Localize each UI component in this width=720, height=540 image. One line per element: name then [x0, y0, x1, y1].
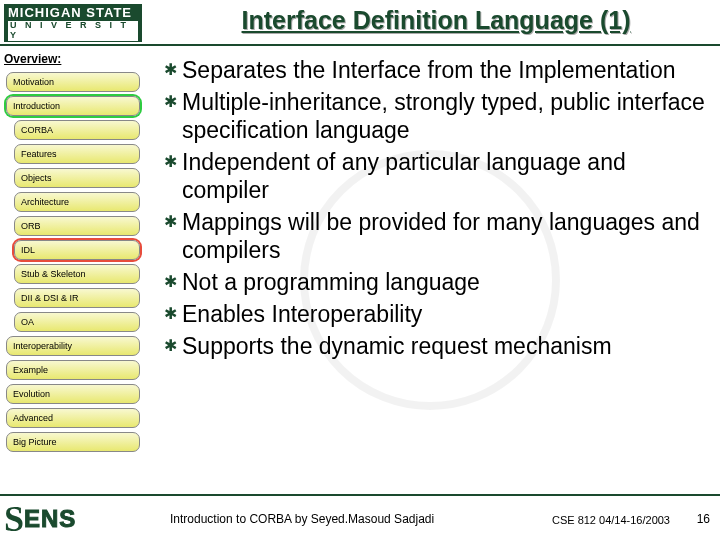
sidebar-item-idl[interactable]: IDL [14, 240, 140, 260]
slide: MICHIGAN STATE U N I V E R S I T Y Inter… [0, 0, 720, 540]
bullet-row: ✱Separates the Interface from the Implem… [164, 56, 706, 84]
bullet-text: Mappings will be provided for many langu… [182, 208, 706, 264]
sens-ens: ENS [24, 505, 76, 533]
sens-logo: SENS [4, 498, 94, 538]
logo-line2: U N I V E R S I T Y [8, 21, 138, 41]
asterisk-icon: ✱ [164, 300, 182, 328]
bullet-text: Enables Interoperability [182, 300, 422, 328]
sidebar-item-architecture[interactable]: Architecture [14, 192, 140, 212]
sidebar-item-motivation[interactable]: Motivation [6, 72, 140, 92]
title-divider [0, 44, 720, 46]
asterisk-icon: ✱ [164, 56, 182, 84]
sidebar-item-example[interactable]: Example [6, 360, 140, 380]
bullet-text: Supports the dynamic request mechanism [182, 332, 612, 360]
bullet-text: Independent of any particular language a… [182, 148, 706, 204]
footer-course: CSE 812 04/14-16/2003 [552, 514, 670, 526]
sidebar-item-features[interactable]: Features [14, 144, 140, 164]
bullet-row: ✱Enables Interoperability [164, 300, 706, 328]
bullet-row: ✱Not a programming language [164, 268, 706, 296]
sidebar-item-stub-skeleton[interactable]: Stub & Skeleton [14, 264, 140, 284]
logo-line1: MICHIGAN STATE [8, 6, 138, 20]
msu-logo: MICHIGAN STATE U N I V E R S I T Y [4, 4, 142, 42]
page-title: Interface Definition Language (1) [160, 6, 712, 35]
asterisk-icon: ✱ [164, 268, 182, 296]
sidebar-item-introduction[interactable]: Introduction [6, 96, 140, 116]
sidebar-item-dii-dsi-ir[interactable]: DII & DSI & IR [14, 288, 140, 308]
asterisk-icon: ✱ [164, 332, 182, 360]
sidebar-item-orb[interactable]: ORB [14, 216, 140, 236]
footer-divider [0, 494, 720, 496]
bullet-row: ✱Independent of any particular language … [164, 148, 706, 204]
content-area: ✱Separates the Interface from the Implem… [164, 56, 706, 364]
footer-page-number: 16 [697, 512, 710, 526]
sidebar-item-corba[interactable]: CORBA [14, 120, 140, 140]
sidebar: Overview: MotivationIntroductionCORBAFea… [2, 50, 148, 456]
bullet-text: Multiple-inheritance, strongly typed, pu… [182, 88, 706, 144]
asterisk-icon: ✱ [164, 208, 182, 236]
asterisk-icon: ✱ [164, 148, 182, 176]
sidebar-item-advanced[interactable]: Advanced [6, 408, 140, 428]
asterisk-icon: ✱ [164, 88, 182, 116]
footer-credit: Introduction to CORBA by Seyed.Masoud Sa… [170, 512, 434, 526]
sens-s: S [4, 498, 24, 540]
sidebar-item-evolution[interactable]: Evolution [6, 384, 140, 404]
bullet-row: ✱Supports the dynamic request mechanism [164, 332, 706, 360]
sidebar-item-objects[interactable]: Objects [14, 168, 140, 188]
bullet-row: ✱Mappings will be provided for many lang… [164, 208, 706, 264]
bullet-row: ✱Multiple-inheritance, strongly typed, p… [164, 88, 706, 144]
sidebar-item-interoperability[interactable]: Interoperability [6, 336, 140, 356]
bullet-text: Not a programming language [182, 268, 480, 296]
sidebar-item-oa[interactable]: OA [14, 312, 140, 332]
sidebar-heading: Overview: [4, 52, 148, 66]
bullet-text: Separates the Interface from the Impleme… [182, 56, 676, 84]
sidebar-item-big-picture[interactable]: Big Picture [6, 432, 140, 452]
